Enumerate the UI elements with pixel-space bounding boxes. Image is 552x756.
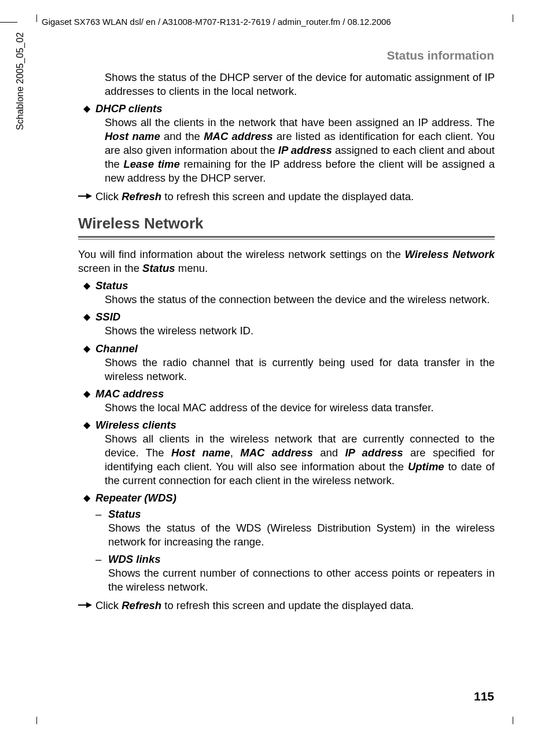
wireless-clients-body: Shows all clients in the wireless networ… xyxy=(105,432,495,488)
sub-status: – Status xyxy=(95,507,495,521)
dash-icon: – xyxy=(95,507,108,521)
diamond-bullet-icon: ◆ xyxy=(78,279,95,293)
arrow-right-icon xyxy=(78,190,95,200)
section-header: Status information xyxy=(387,47,494,63)
refresh-instruction-2: Click Refresh to refresh this screen and… xyxy=(78,599,495,613)
refresh-instruction: Click Refresh to refresh this screen and… xyxy=(78,190,495,204)
dhcp-clients-body: Shows all the clients in the network tha… xyxy=(105,116,495,185)
term-title: DHCP clients xyxy=(95,102,162,115)
channel-body: Shows the radio channel that is currentl… xyxy=(105,356,495,383)
diamond-bullet-icon: ◆ xyxy=(78,491,95,505)
heading-rule xyxy=(78,236,495,239)
bullet-mac: ◆ MAC address xyxy=(78,387,495,401)
page-content: Shows the status of the DHCP server of t… xyxy=(78,71,495,613)
bullet-wireless-clients: ◆ Wireless clients xyxy=(78,418,495,432)
bullet-repeater: ◆ Repeater (WDS) xyxy=(78,491,495,505)
bullet-ssid: ◆ SSID xyxy=(78,310,495,324)
ssid-body: Shows the wireless network ID. xyxy=(105,324,495,338)
bullet-dhcp-clients: ◆ DHCP clients xyxy=(78,102,495,116)
diamond-bullet-icon: ◆ xyxy=(78,418,95,432)
diamond-bullet-icon: ◆ xyxy=(78,342,95,356)
mac-body: Shows the local MAC address of the devic… xyxy=(105,401,495,415)
bullet-channel: ◆ Channel xyxy=(78,342,495,356)
template-label: Schablone 2005_05_02 xyxy=(14,32,27,130)
intro-paragraph: Shows the status of the DHCP server of t… xyxy=(105,71,495,98)
sub-wds-links: – WDS links xyxy=(95,552,495,566)
sub-wds-body: Shows the current number of connections … xyxy=(108,566,495,594)
diamond-bullet-icon: ◆ xyxy=(78,102,95,116)
heading-wireless-network: Wireless Network xyxy=(78,214,495,234)
arrow-right-icon xyxy=(78,599,95,609)
bullet-status: ◆ Status xyxy=(78,279,495,293)
page-number: 115 xyxy=(474,688,494,704)
dash-icon: – xyxy=(95,552,108,566)
status-body: Shows the status of the connection betwe… xyxy=(105,293,495,307)
wireless-intro: You will find information about the wire… xyxy=(78,248,495,275)
diamond-bullet-icon: ◆ xyxy=(78,387,95,401)
doc-header: Gigaset SX763 WLAN dsl/ en / A31008-M707… xyxy=(42,16,391,28)
diamond-bullet-icon: ◆ xyxy=(78,310,95,324)
sub-status-body: Shows the status of the WDS (Wireless Di… xyxy=(108,521,495,549)
